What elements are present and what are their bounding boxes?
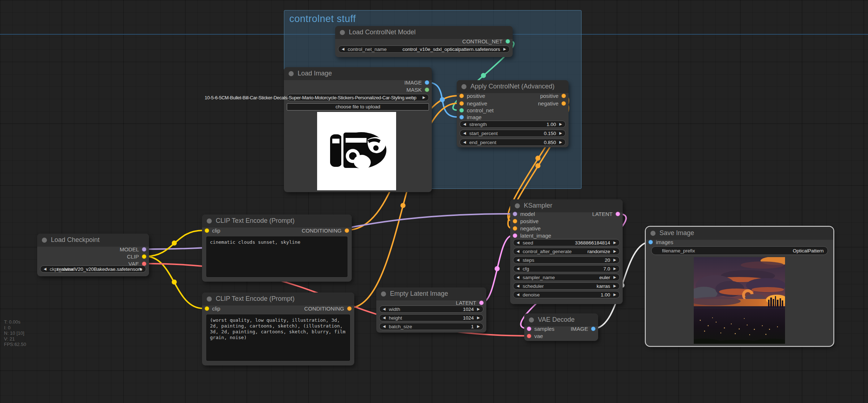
control-after-generate-widget[interactable]: ◀ control_after_generate randomize ▶	[513, 248, 620, 255]
increment-arrow[interactable]: ▶	[477, 307, 480, 311]
vae-slot-dot[interactable]	[527, 334, 531, 338]
conditioning-slot-dot[interactable]	[561, 94, 566, 98]
collapse-dot[interactable]	[207, 218, 212, 224]
increment-arrow[interactable]: ▶	[613, 241, 616, 244]
decrement-arrow[interactable]: ◀	[517, 241, 520, 244]
node-title-bar[interactable]: Empty Latent Image	[376, 287, 486, 300]
model-slot-dot[interactable]	[142, 247, 146, 252]
collapse-dot[interactable]	[207, 296, 212, 302]
node-save-image[interactable]: Save Image images filename_prefix Optica…	[646, 227, 833, 346]
image-slot-dot[interactable]	[425, 80, 429, 85]
group-title[interactable]: controlnet stuff	[284, 10, 581, 25]
output-mask[interactable]: MASK	[406, 86, 432, 93]
node-clip-text-encode-negative[interactable]: CLIP Text Encode (Prompt) clip CONDITION…	[202, 292, 354, 365]
output-clip[interactable]: CLIP	[127, 253, 149, 260]
increment-arrow[interactable]: ▶	[613, 284, 616, 288]
conditioning-slot-dot[interactable]	[513, 226, 517, 231]
control-net-slot-dot[interactable]	[459, 108, 464, 113]
ckpt-name-widget[interactable]: ◀ ckpt_name realvisxlV20_v20Bakedvae.saf…	[40, 265, 146, 273]
collapse-dot[interactable]	[289, 71, 294, 76]
image-slot-dot[interactable]	[648, 240, 653, 244]
collapse-dot[interactable]	[515, 203, 520, 208]
collapse-dot[interactable]	[461, 84, 466, 89]
input-negative[interactable]: negative	[457, 100, 487, 107]
node-clip-text-encode-positive[interactable]: CLIP Text Encode (Prompt) clip CONDITION…	[202, 214, 352, 282]
start-percent-widget[interactable]: ◀ start_percent 0.150 ▶	[460, 130, 566, 137]
strength-widget[interactable]: ◀ strength 1.00 ▶	[460, 121, 566, 128]
node-title-bar[interactable]: Apply ControlNet (Advanced)	[457, 80, 569, 93]
output-latent[interactable]: LATENT	[592, 210, 623, 217]
input-vae[interactable]: vae	[524, 332, 543, 339]
output-positive[interactable]: positive	[540, 92, 569, 99]
increment-arrow[interactable]: ▶	[613, 267, 616, 270]
decrement-arrow[interactable]: ◀	[517, 267, 520, 270]
decrement-arrow[interactable]: ◀	[383, 307, 386, 311]
decrement-arrow[interactable]: ◀	[342, 47, 345, 51]
output-image[interactable]: IMAGE	[404, 79, 432, 86]
node-title-bar[interactable]: Load ControlNet Model	[335, 26, 513, 39]
batch-size-widget[interactable]: ◀ batch_size 1 ▶	[379, 323, 483, 330]
cfg-widget[interactable]: ◀ cfg 7.0 ▶	[513, 265, 620, 272]
upload-file-button[interactable]: choose file to upload	[287, 103, 429, 110]
image-slot-dot[interactable]	[459, 115, 464, 120]
decrement-arrow[interactable]: ◀	[463, 140, 466, 144]
model-slot-dot[interactable]	[513, 212, 517, 216]
collapse-dot[interactable]	[529, 317, 534, 322]
input-clip[interactable]: clip	[202, 227, 220, 234]
sampler-name-widget[interactable]: ◀ sampler_name euler ▶	[513, 274, 620, 281]
decrement-arrow[interactable]: ◀	[517, 250, 520, 253]
input-latent-image[interactable]: latent_image	[510, 232, 551, 239]
node-load-checkpoint[interactable]: Load Checkpoint MODEL CLIP VAE ◀ ckpt_na…	[37, 234, 149, 276]
conditioning-slot-dot[interactable]	[347, 306, 352, 311]
node-vae-decode[interactable]: VAE Decode samples vae IMAGE	[524, 313, 598, 341]
increment-arrow[interactable]: ▶	[477, 325, 480, 328]
node-title-bar[interactable]: Save Image	[646, 227, 833, 240]
decrement-arrow[interactable]: ◀	[517, 276, 520, 279]
end-percent-widget[interactable]: ◀ end_percent 0.850 ▶	[460, 139, 566, 146]
control-net-slot-dot[interactable]	[505, 39, 510, 44]
latent-slot-dot[interactable]	[615, 212, 620, 216]
node-title-bar[interactable]: VAE Decode	[524, 313, 598, 326]
input-samples[interactable]: samples	[524, 325, 554, 332]
decrement-arrow[interactable]: ◀	[517, 284, 520, 288]
output-model[interactable]: MODEL	[120, 246, 149, 253]
negative-prompt-textarea[interactable]: (worst quality, low quality, illustratio…	[206, 315, 350, 361]
increment-arrow[interactable]: ▶	[613, 276, 616, 279]
input-clip[interactable]: clip	[202, 305, 220, 312]
output-conditioning[interactable]: CONDITIONING	[302, 227, 352, 234]
image-slot-dot[interactable]	[591, 326, 596, 331]
decrement-arrow[interactable]: ◀	[517, 293, 520, 296]
height-widget[interactable]: ◀ height 1024 ▶	[379, 314, 483, 321]
input-images[interactable]: images	[646, 238, 673, 246]
node-apply-controlnet[interactable]: Apply ControlNet (Advanced) positive neg…	[457, 80, 569, 147]
latent-slot-dot[interactable]	[479, 300, 484, 305]
decrement-arrow[interactable]: ◀	[463, 131, 466, 135]
conditioning-slot-dot[interactable]	[459, 94, 464, 98]
collapse-dot[interactable]	[381, 291, 386, 296]
latent-slot-dot[interactable]	[513, 233, 517, 238]
collapse-dot[interactable]	[650, 231, 656, 236]
decrement-arrow[interactable]: ◀	[44, 267, 47, 271]
increment-arrow[interactable]: ▶	[503, 47, 506, 51]
increment-arrow[interactable]: ▶	[613, 293, 616, 296]
collapse-dot[interactable]	[42, 238, 47, 243]
increment-arrow[interactable]: ▶	[559, 122, 562, 126]
increment-arrow[interactable]: ▶	[559, 140, 562, 144]
decrement-arrow[interactable]: ◀	[517, 258, 520, 262]
clip-slot-dot[interactable]	[205, 306, 209, 311]
conditioning-slot-dot[interactable]	[459, 101, 464, 106]
increment-arrow[interactable]: ▶	[422, 96, 425, 99]
output-negative[interactable]: negative	[538, 100, 569, 107]
collapse-dot[interactable]	[340, 30, 345, 35]
conditioning-slot-dot[interactable]	[513, 219, 517, 224]
node-title-bar[interactable]: Load Image	[284, 67, 432, 80]
decrement-arrow[interactable]: ◀	[463, 122, 466, 126]
node-title-bar[interactable]: CLIP Text Encode (Prompt)	[202, 292, 354, 306]
decrement-arrow[interactable]: ◀	[383, 316, 386, 320]
control-net-name-widget[interactable]: ◀ control_net_name control_v10e_sdxl_opt…	[338, 46, 510, 53]
steps-widget[interactable]: ◀ steps 20 ▶	[513, 256, 620, 264]
scheduler-widget[interactable]: ◀ scheduler karras ▶	[513, 282, 620, 290]
filename-prefix-widget[interactable]: filename_prefix OpticalPattern	[651, 246, 828, 255]
input-positive[interactable]: positive	[457, 92, 485, 99]
output-control-net[interactable]: CONTROL_NET	[462, 38, 513, 45]
